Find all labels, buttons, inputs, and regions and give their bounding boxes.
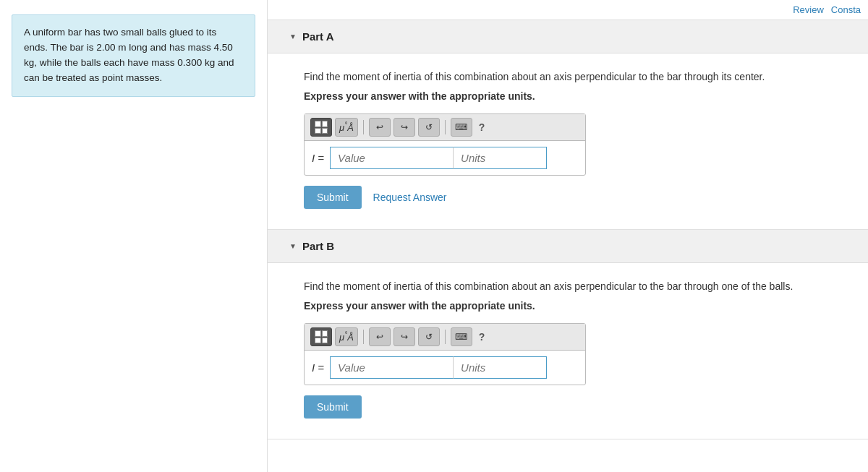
part-b-question: Find the moment of inertia of this combi… xyxy=(304,279,832,294)
separator-1-a xyxy=(363,120,364,134)
part-a-body: Find the moment of inertia of this combi… xyxy=(268,53,868,229)
mu-icon-a: μ°Å xyxy=(339,121,354,133)
main-content: Review Consta ▼ Part A Find the moment o… xyxy=(268,0,868,472)
part-a-toolbar: μ°Å ↩ ↪ ↺ xyxy=(305,114,585,141)
help-button-a[interactable]: ? xyxy=(475,119,489,135)
sidebar: A uniform bar has two small balls glued … xyxy=(0,0,268,472)
help-icon-b: ? xyxy=(479,331,485,343)
part-a-section: ▼ Part A Find the moment of inertia of t… xyxy=(268,20,868,230)
undo-icon-b: ↩ xyxy=(376,332,383,342)
part-b-submit-button[interactable]: Submit xyxy=(304,395,362,419)
part-a-actions: Submit Request Answer xyxy=(304,186,832,209)
part-a-arrow-icon: ▼ xyxy=(289,33,297,40)
part-b-header[interactable]: ▼ Part B xyxy=(268,230,868,263)
top-nav: Review Consta xyxy=(268,0,868,20)
part-b-equation-label: I = xyxy=(312,356,330,379)
mu-button-b[interactable]: μ°Å xyxy=(335,327,358,346)
refresh-button-b[interactable]: ↺ xyxy=(418,327,440,346)
keyboard-button-a[interactable]: ⌨ xyxy=(451,118,472,137)
refresh-icon-b: ↺ xyxy=(425,332,433,342)
separator-2-b xyxy=(445,330,446,344)
part-b-section: ▼ Part B Find the moment of inertia of t… xyxy=(268,230,868,439)
matrix-button-a[interactable] xyxy=(310,118,332,137)
consta-link[interactable]: Consta xyxy=(831,4,861,15)
undo-button-b[interactable]: ↩ xyxy=(369,327,391,346)
part-a-submit-label: Submit xyxy=(317,192,349,203)
part-b-arrow-icon: ▼ xyxy=(289,242,297,250)
part-b-answer-widget: μ°Å ↩ ↪ ↺ ⌨ xyxy=(304,323,586,385)
help-button-b[interactable]: ? xyxy=(475,329,489,345)
undo-button-a[interactable]: ↩ xyxy=(369,118,391,137)
keyboard-icon-a: ⌨ xyxy=(455,122,467,132)
problem-description: A uniform bar has two small balls glued … xyxy=(12,14,255,97)
part-a-header[interactable]: ▼ Part A xyxy=(268,20,868,53)
redo-icon-b: ↪ xyxy=(401,332,408,342)
part-b-express: Express your answer with the appropriate… xyxy=(304,300,832,312)
mu-icon-b: μ°Å xyxy=(339,330,354,343)
part-b-actions: Submit xyxy=(304,395,832,419)
part-b-input-row: I = xyxy=(305,351,585,385)
redo-button-a[interactable]: ↪ xyxy=(393,118,415,137)
part-a-equation-label: I = xyxy=(312,147,330,169)
part-b-toolbar: μ°Å ↩ ↪ ↺ ⌨ xyxy=(305,324,585,351)
part-a-value-input[interactable] xyxy=(330,147,453,169)
part-b-units-input[interactable] xyxy=(453,356,547,379)
mu-button-a[interactable]: μ°Å xyxy=(335,118,358,137)
part-b-value-input[interactable] xyxy=(330,356,453,379)
part-b-title: Part B xyxy=(302,240,334,252)
separator-2-a xyxy=(445,120,446,134)
separator-1-b xyxy=(363,330,364,344)
part-a-submit-button[interactable]: Submit xyxy=(304,186,362,209)
part-a-title: Part A xyxy=(302,30,334,43)
review-link[interactable]: Review xyxy=(793,4,824,15)
undo-icon-a: ↩ xyxy=(376,122,383,132)
part-b-body: Find the moment of inertia of this combi… xyxy=(268,263,868,439)
help-icon-a: ? xyxy=(479,121,485,133)
redo-icon-a: ↪ xyxy=(401,122,408,132)
part-a-request-answer-link[interactable]: Request Answer xyxy=(373,192,447,203)
part-a-input-row: I = xyxy=(305,141,585,175)
matrix-icon-a xyxy=(315,121,328,134)
redo-button-b[interactable]: ↪ xyxy=(393,327,415,346)
part-a-express: Express your answer with the appropriate… xyxy=(304,90,832,102)
keyboard-button-b[interactable]: ⌨ xyxy=(451,327,472,346)
part-b-submit-label: Submit xyxy=(317,401,349,413)
matrix-icon-b xyxy=(315,330,328,343)
part-a-units-input[interactable] xyxy=(453,147,547,169)
refresh-icon-a: ↺ xyxy=(425,122,433,132)
keyboard-icon-b: ⌨ xyxy=(455,332,467,342)
refresh-button-a[interactable]: ↺ xyxy=(418,118,440,137)
part-a-answer-widget: μ°Å ↩ ↪ ↺ xyxy=(304,113,586,176)
problem-text: A uniform bar has two small balls glued … xyxy=(24,27,234,83)
part-a-question: Find the moment of inertia of this combi… xyxy=(304,69,832,85)
matrix-button-b[interactable] xyxy=(310,327,332,346)
